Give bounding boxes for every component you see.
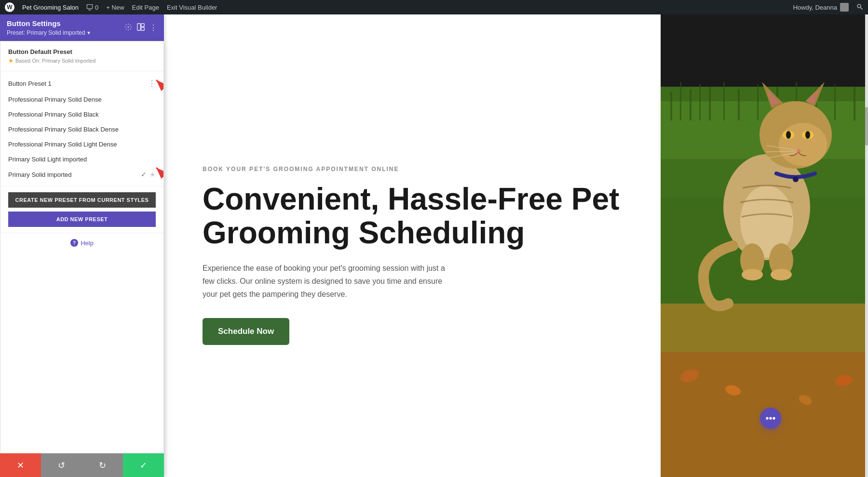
help-link[interactable]: ? Help [8, 239, 156, 247]
comment-count: 0 [95, 4, 98, 11]
help-icon: ? [70, 239, 78, 247]
svg-point-0 [857, 4, 861, 8]
admin-bar: W Pet Grooming Salon 0 + New Edit Page E… [0, 0, 868, 14]
list-item-active[interactable]: Primary Solid imported ✓ ★ [0, 167, 163, 182]
default-preset-title: Button Default Preset [8, 48, 156, 55]
add-new-preset-button[interactable]: ADD NEW PRESET [8, 212, 156, 227]
svg-point-43 [793, 176, 799, 182]
panel-preset-label[interactable]: Preset: Primary Solid imported ▾ [7, 29, 90, 36]
exit-builder-link[interactable]: Exit Visual Builder [167, 4, 217, 11]
svg-point-2 [127, 26, 129, 27]
redo-button[interactable]: ↻ [82, 453, 123, 477]
preset-buttons-section: CREATE NEW PRESET FROM CURRENT STYLES AD… [0, 186, 163, 233]
svg-rect-20 [738, 89, 740, 120]
page-image-right: ••• [661, 14, 868, 477]
panel-header: Button Settings Preset: Primary Solid im… [0, 14, 164, 41]
floating-action-button[interactable]: ••• [760, 408, 781, 429]
preset-list: Button Preset 1 ⋮ Professional Pr [0, 71, 163, 186]
cat-image [661, 14, 868, 477]
booking-label: BOOK YOUR PET'S GROOMING APPOINTMENT ONL… [203, 166, 632, 172]
main-heading: Convenient, Hassle-Free Pet Grooming Sch… [203, 182, 632, 250]
bottom-toolbar: ✕ ↺ ↻ ✓ [0, 453, 164, 477]
svg-rect-25 [834, 84, 836, 120]
cancel-button[interactable]: ✕ [0, 453, 41, 477]
schedule-now-button[interactable]: Schedule Now [203, 318, 289, 345]
new-link[interactable]: + New [106, 4, 124, 11]
wordpress-logo[interactable]: W [5, 2, 14, 12]
svg-rect-14 [670, 92, 672, 120]
panel-settings-icon[interactable] [124, 23, 132, 33]
create-preset-button[interactable]: CREATE NEW PRESET FROM CURRENT STYLES [8, 192, 156, 208]
more-options-icon: ••• [765, 413, 775, 424]
default-preset-section: Button Default Preset ★ Based On: Primar… [0, 41, 163, 71]
preset-more-icon[interactable]: ⋮ [148, 79, 156, 88]
list-item[interactable]: Professional Primary Solid Dense [0, 92, 163, 107]
panel-title: Button Settings [7, 19, 90, 27]
checkmark-icon: ✓ [141, 171, 147, 178]
svg-rect-3 [137, 23, 140, 30]
preset-item-label: Primary Solid Light imported [8, 156, 156, 163]
svg-rect-19 [723, 82, 725, 120]
comments-link[interactable]: 0 [86, 4, 98, 11]
star-icon: ★ [8, 57, 14, 64]
svg-line-1 [860, 7, 862, 9]
svg-rect-4 [141, 23, 144, 26]
preset-item-label: Professional Primary Solid Light Dense [8, 141, 156, 148]
search-icon[interactable] [856, 3, 863, 12]
list-item[interactable]: Professional Primary Solid Black [0, 107, 163, 122]
svg-point-37 [786, 131, 791, 139]
user-avatar[interactable] [840, 3, 849, 12]
user-greeting: Howdy, Deanna [793, 3, 849, 12]
preset-item-label: Primary Solid imported [8, 171, 141, 178]
svg-rect-21 [757, 84, 759, 120]
confirm-button[interactable]: ✓ [123, 453, 164, 477]
edit-page-link[interactable]: Edit Page [132, 4, 159, 11]
undo-button[interactable]: ↺ [41, 453, 82, 477]
star-icon[interactable]: ★ [149, 171, 156, 178]
svg-rect-26 [854, 87, 855, 120]
preset-item-label: Professional Primary Solid Dense [8, 96, 156, 103]
default-preset-sub: ★ Based On: Primary Solid imported [8, 57, 156, 64]
svg-point-30 [779, 123, 827, 166]
help-section: ? Help [0, 233, 163, 252]
svg-point-47 [771, 269, 792, 280]
svg-rect-15 [680, 82, 681, 120]
list-item[interactable]: Primary Solid Light imported [0, 152, 163, 167]
description-text: Experience the ease of booking your pet'… [203, 262, 453, 301]
scroll-bar[interactable] [865, 14, 868, 477]
svg-point-46 [742, 269, 763, 280]
svg-rect-17 [699, 84, 701, 120]
site-name[interactable]: Pet Grooming Salon [22, 4, 79, 11]
panel-more-icon[interactable]: ⋮ [149, 23, 157, 32]
page-content-left: BOOK YOUR PET'S GROOMING APPOINTMENT ONL… [164, 14, 661, 477]
panel-layout-icon[interactable] [137, 23, 145, 33]
preset-dropdown: Button Default Preset ★ Based On: Primar… [0, 41, 164, 477]
preset-item-label: Button Preset 1 [8, 80, 148, 87]
preset-item-label: Professional Primary Solid Black [8, 111, 156, 118]
scroll-thumb[interactable] [865, 107, 868, 146]
svg-rect-18 [709, 87, 711, 120]
list-item[interactable]: Professional Primary Solid Light Dense [0, 137, 163, 152]
svg-rect-16 [690, 89, 692, 120]
svg-point-38 [805, 131, 810, 139]
list-item[interactable]: Professional Primary Solid Black Dense [0, 122, 163, 137]
button-settings-panel: Button Settings Preset: Primary Solid im… [0, 14, 164, 477]
svg-rect-5 [141, 27, 144, 30]
list-item[interactable]: Button Preset 1 ⋮ [0, 75, 163, 92]
preset-item-label: Professional Primary Solid Black Dense [8, 126, 156, 133]
page-preview-area: BOOK YOUR PET'S GROOMING APPOINTMENT ONL… [164, 14, 868, 477]
